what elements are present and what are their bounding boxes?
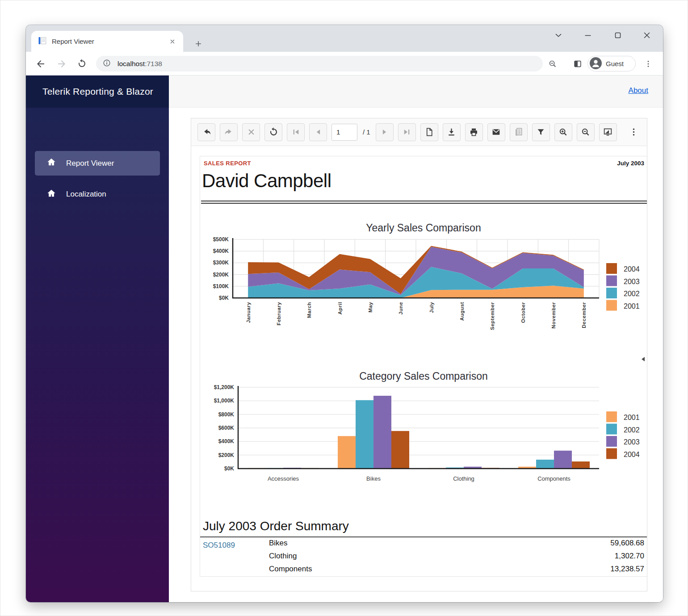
svg-text:2003: 2003: [624, 438, 640, 446]
toolbar-zoom-out-button[interactable]: [577, 123, 595, 141]
content-area: About / 1 SALES REPORT July 2003 David C…: [169, 75, 663, 602]
window-close-button[interactable]: [640, 29, 654, 42]
browser-tab[interactable]: Report Viewer: [31, 31, 183, 52]
summary-category: Components: [269, 565, 312, 574]
page-total-label: / 1: [363, 128, 370, 136]
svg-text:May: May: [368, 302, 373, 313]
sidebar-item-report-viewer[interactable]: Report Viewer: [35, 151, 160, 176]
profile-button[interactable]: Guest: [587, 56, 636, 71]
svg-text:$300K: $300K: [213, 260, 229, 266]
svg-text:2001: 2001: [624, 414, 640, 421]
svg-text:$1,000K: $1,000K: [214, 398, 235, 404]
browser-forward-button[interactable]: [53, 55, 70, 72]
page-number-input[interactable]: [331, 124, 357, 141]
toolbar-first-page-button[interactable]: [287, 123, 305, 141]
url-text: localhost:7138: [117, 60, 162, 68]
window-minimize-button[interactable]: [581, 29, 595, 42]
svg-text:$200K: $200K: [218, 452, 235, 458]
toolbar-zoom-in-button[interactable]: [554, 123, 572, 141]
browser-address-bar: localhost:7138 Guest: [26, 52, 663, 75]
scroll-left-hint-icon[interactable]: [642, 357, 645, 361]
toolbar-redo-button[interactable]: [220, 123, 238, 141]
url-field[interactable]: localhost:7138: [96, 56, 543, 71]
profile-label: Guest: [606, 60, 624, 67]
double-rule: [201, 201, 647, 204]
order-summary-rule: [200, 536, 647, 537]
summary-category: Bikes: [269, 539, 288, 548]
content-topbar: About: [169, 75, 663, 108]
sidebar-item-localization[interactable]: Localization: [35, 184, 160, 205]
toolbar-prev-page-button[interactable]: [309, 123, 327, 141]
about-link[interactable]: About: [629, 86, 648, 95]
svg-text:July: July: [429, 302, 434, 313]
svg-text:Yearly Sales Comparison: Yearly Sales Comparison: [366, 222, 481, 234]
toolbar-email-button[interactable]: [487, 123, 505, 141]
sidebar-item-label: Localization: [66, 190, 106, 199]
summary-row: Components 13,238.57: [269, 565, 644, 578]
home-icon: [46, 157, 56, 169]
svg-text:$1,200K: $1,200K: [214, 384, 235, 390]
toolbar-print-button[interactable]: [465, 123, 483, 141]
svg-text:January: January: [246, 302, 251, 323]
svg-text:$100K: $100K: [213, 283, 229, 289]
report-title: David Campbell: [202, 170, 331, 192]
toolbar-refresh-button[interactable]: [264, 123, 282, 141]
site-info-icon[interactable]: [102, 59, 111, 69]
svg-text:Components: Components: [537, 475, 571, 482]
browser-menu-kebab-icon[interactable]: [640, 55, 656, 72]
svg-text:September: September: [490, 302, 495, 330]
svg-text:$500K: $500K: [213, 236, 229, 243]
svg-text:2004: 2004: [624, 265, 640, 273]
report-kicker: SALES REPORT: [204, 160, 251, 167]
browser-reload-button[interactable]: [74, 55, 90, 72]
toolbar-filter-button[interactable]: [532, 123, 550, 141]
svg-text:$400K: $400K: [213, 248, 229, 254]
svg-text:$0K: $0K: [224, 465, 234, 472]
toolbar-fit-page-button[interactable]: [599, 123, 617, 141]
summary-row: Bikes 59,608.68: [269, 539, 644, 552]
summary-row: Clothing 1,302.70: [269, 552, 644, 565]
svg-text:March: March: [306, 302, 312, 318]
tab-title: Report Viewer: [52, 38, 167, 45]
report-page: SALES REPORT July 2003 David Campbell Ye…: [200, 156, 647, 577]
svg-text:August: August: [459, 302, 465, 321]
svg-text:November: November: [551, 302, 556, 329]
svg-text:Category Sales Comparison: Category Sales Comparison: [359, 370, 488, 382]
summary-amount: 1,302.70: [615, 552, 644, 561]
favicon-document-icon: [38, 37, 46, 46]
new-tab-button[interactable]: [192, 38, 205, 50]
toolbar-page-layout-button[interactable]: [420, 123, 438, 141]
window-maximize-button[interactable]: [611, 29, 625, 42]
toolbar-cancel-button[interactable]: [242, 123, 260, 141]
toolbar-undo-button[interactable]: [197, 123, 215, 141]
tab-search-chevron-icon[interactable]: [552, 29, 565, 42]
svg-text:2002: 2002: [624, 426, 640, 434]
toolbar-menu-button[interactable]: [626, 123, 641, 141]
sidebar: Telerik Reporting & Blazor Report Viewer…: [26, 75, 169, 602]
svg-text:Clothing: Clothing: [453, 475, 474, 482]
zoom-out-page-icon[interactable]: [544, 55, 561, 72]
toolbar-last-page-button[interactable]: [398, 123, 416, 141]
order-number-link[interactable]: SO51089: [203, 541, 235, 550]
svg-text:$200K: $200K: [213, 272, 229, 278]
svg-text:October: October: [520, 302, 526, 323]
sidebar-item-label: Report Viewer: [66, 159, 114, 168]
svg-text:$0K: $0K: [219, 295, 229, 301]
svg-text:2004: 2004: [624, 451, 640, 458]
summary-amount: 13,238.57: [610, 565, 644, 574]
toolbar-document-map-button[interactable]: [510, 123, 528, 141]
screenshot-root: Report Viewer: [0, 0, 688, 616]
tab-close-icon[interactable]: [167, 36, 178, 47]
avatar-icon: [590, 57, 602, 71]
side-panel-icon[interactable]: [569, 55, 586, 72]
svg-text:April: April: [337, 302, 343, 314]
toolbar-next-page-button[interactable]: [376, 123, 394, 141]
browser-window: Report Viewer: [26, 25, 663, 602]
toolbar-download-button[interactable]: [443, 123, 461, 141]
svg-text:$400K: $400K: [218, 438, 235, 444]
svg-text:2002: 2002: [624, 290, 640, 298]
report-period: July 2003: [617, 160, 644, 167]
browser-back-button[interactable]: [32, 55, 49, 72]
viewer-toolbar: / 1: [191, 118, 647, 146]
svg-text:2003: 2003: [624, 278, 640, 285]
